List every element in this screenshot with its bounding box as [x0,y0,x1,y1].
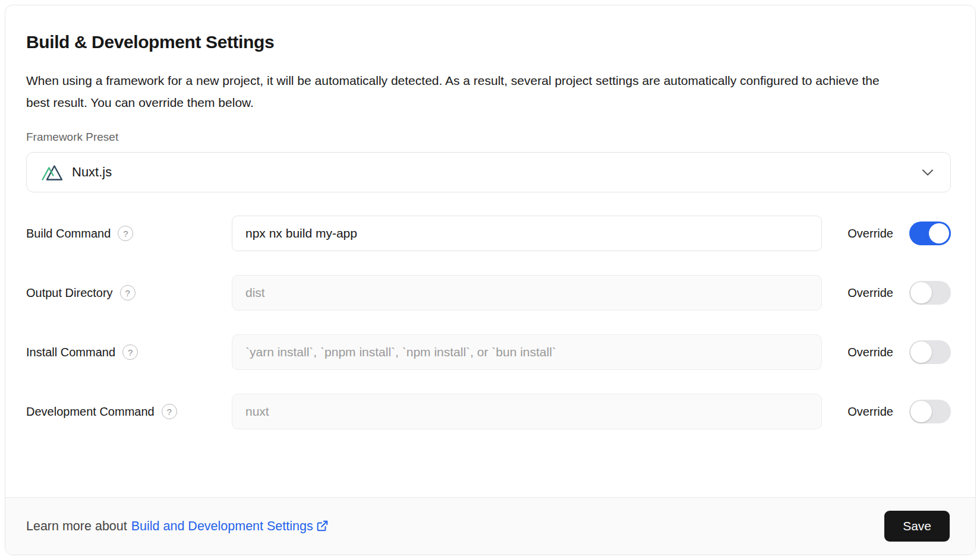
install-override-group: Override [847,340,951,364]
toggle-knob [910,341,932,363]
install-command-row: Install Command ? Override [26,334,951,370]
learn-more-link-text: Build and Development Settings [131,519,313,534]
development-command-input[interactable] [232,394,822,429]
build-command-row: Build Command ? Override [26,216,951,251]
framework-preset-select[interactable]: Nuxt.js [26,152,951,192]
output-directory-label: Output Directory [26,286,113,300]
help-icon[interactable]: ? [118,226,133,241]
install-command-label-group: Install Command ? [26,344,232,360]
framework-selected-value: Nuxt.js [72,164,112,180]
chevron-down-icon [921,165,935,179]
development-override-group: Override [847,400,951,423]
toggle-knob [910,401,932,422]
output-override-group: Override [847,281,951,305]
build-command-label-group: Build Command ? [26,226,232,241]
save-button[interactable]: Save [884,511,950,542]
output-directory-label-group: Output Directory ? [26,285,232,300]
install-command-input[interactable] [232,334,822,370]
settings-rows: Build Command ? Override Output Director… [26,216,951,429]
build-override-toggle[interactable] [909,222,951,245]
override-label: Override [847,346,893,359]
page-title: Build & Development Settings [26,32,951,52]
toggle-knob [910,282,932,303]
output-directory-input[interactable] [232,275,822,311]
development-override-toggle[interactable] [909,400,951,423]
install-command-label: Install Command [26,346,115,359]
card-body: Build & Development Settings When using … [5,5,975,497]
output-directory-row: Output Directory ? Override [26,275,951,311]
output-override-toggle[interactable] [909,281,951,305]
nuxt-logo-icon [41,163,64,182]
help-icon[interactable]: ? [122,344,138,360]
development-command-row: Development Command ? Override [26,394,951,429]
card-footer: Learn more about Build and Development S… [5,497,975,555]
toggle-knob [929,223,949,243]
development-command-label-group: Development Command ? [26,404,232,419]
help-icon[interactable]: ? [162,404,177,419]
help-icon[interactable]: ? [120,285,136,300]
build-command-input[interactable] [232,216,822,251]
build-override-group: Override [847,222,951,245]
override-label: Override [847,286,893,300]
framework-preset-label: Framework Preset [26,131,951,144]
learn-more-prefix: Learn more about [26,519,127,534]
override-label: Override [847,227,893,241]
install-override-toggle[interactable] [909,340,951,364]
development-command-label: Development Command [26,405,155,419]
build-command-label: Build Command [26,227,111,241]
build-settings-card: Build & Development Settings When using … [5,5,976,555]
learn-more-text: Learn more about Build and Development S… [26,519,329,534]
external-link-icon [316,520,329,533]
override-label: Override [847,405,893,419]
build-settings-docs-link[interactable]: Build and Development Settings [131,519,329,534]
settings-description: When using a framework for a new project… [26,69,888,113]
